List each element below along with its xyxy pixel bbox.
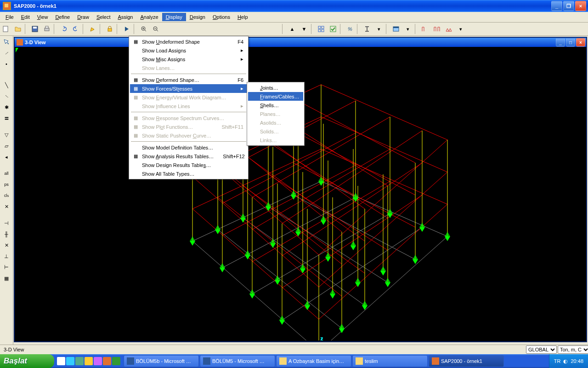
all-tool[interactable]: all	[1, 168, 11, 178]
doc-maximize-button[interactable]: □	[566, 38, 575, 46]
start-button[interactable]: Başlat	[0, 354, 54, 368]
snap-end-tool[interactable]: ⊣	[1, 218, 11, 228]
units-combo[interactable]: Ton, m, C	[558, 345, 588, 354]
menu-define[interactable]: Define	[51, 13, 74, 21]
print-button[interactable]	[41, 23, 52, 34]
ql-wmp-icon[interactable]	[112, 357, 120, 365]
run-button[interactable]	[121, 23, 132, 34]
svg-rect-2	[33, 27, 37, 29]
ql-app1-icon[interactable]	[85, 357, 93, 365]
percent-button[interactable]: %	[345, 23, 356, 34]
menuitem-frames-cables[interactable]: Frames/Cables…	[248, 92, 303, 101]
ql-sap-icon[interactable]	[103, 357, 111, 365]
window-close-button[interactable]: ×	[575, 1, 586, 11]
task-a-ozbayrak-basim-i-i[interactable]: A Ozbayrak Basim için…	[276, 355, 351, 367]
window-restore-button[interactable]: ❐	[563, 1, 574, 11]
redo-button[interactable]	[70, 23, 81, 34]
line-tool[interactable]: ╲	[1, 80, 11, 90]
undo-button[interactable]	[58, 23, 69, 34]
new-button[interactable]	[0, 23, 11, 34]
menuitem-show-misc-assigns[interactable]: Show Misc Assigns▸	[130, 55, 247, 63]
menu-help[interactable]: Help	[234, 13, 252, 21]
ql-desktop-icon[interactable]	[57, 357, 65, 365]
truss-button[interactable]	[443, 23, 454, 34]
menuitem-show-load-assigns[interactable]: Show Load Assigns▸	[130, 46, 247, 55]
snap-perp-tool[interactable]: ⊥	[1, 251, 11, 261]
ps-tool[interactable]: ps	[1, 179, 11, 190]
menuitem-show-model-definition-tables[interactable]: Show Model Definition Tables…	[130, 143, 247, 152]
expand-left-icon[interactable]: ◂	[1, 152, 11, 162]
menuitem-show-all-table-types[interactable]: Show All Table Types…	[130, 169, 247, 178]
beam-tool[interactable]: 〓	[1, 113, 11, 123]
ibeam-button[interactable]	[362, 23, 373, 34]
ql-msn-icon[interactable]	[75, 357, 84, 365]
task-teslim[interactable]: teslim	[352, 355, 428, 367]
task-sap2000-rnek1[interactable]: SAP2000 - örnek1	[429, 355, 504, 367]
open-button[interactable]	[12, 23, 23, 34]
snap-int-tool[interactable]: ✕	[1, 240, 11, 250]
area-tool[interactable]: ▽	[1, 130, 11, 140]
display-menu[interactable]: ▦Show Undeformed ShapeF4Show Load Assign…	[129, 36, 249, 179]
dropdown-icon[interactable]: ▾	[373, 23, 384, 34]
lock-button[interactable]	[104, 23, 115, 34]
menuitem-show-design-results-tables[interactable]: Show Design Results Tables…	[130, 161, 247, 169]
dropdown-icon[interactable]: ▾	[455, 23, 466, 34]
menuitem-show-forces-stresses[interactable]: ▦Show Forces/Stresses▸	[130, 84, 247, 93]
svg-rect-10	[318, 29, 321, 32]
menuitem-show-undeformed-shape[interactable]: ▦Show Undeformed ShapeF4	[130, 37, 247, 46]
toolbar: ▲ ▼ % ▾ ▾ ▾	[0, 23, 588, 36]
line2-tool[interactable]: ⟍	[1, 91, 11, 101]
menu-draw[interactable]: Draw	[74, 13, 93, 21]
nav-down-button[interactable]: ▼	[299, 23, 310, 34]
doc-close-button[interactable]: ×	[576, 38, 585, 46]
reshape-tool[interactable]: ⟋	[1, 48, 11, 58]
task-b-l-m5b-microsoft-[interactable]: BÖLÜM5b - Microsoft …	[124, 355, 199, 367]
menuitem-show-energy-virtual-work-diagram: ▦Show Energy/Virtual Work Diagram…	[130, 93, 247, 102]
menu-design[interactable]: Design	[186, 13, 209, 21]
ql-app2-icon[interactable]	[94, 357, 102, 365]
nav-up-button[interactable]: ▲	[287, 23, 298, 34]
pointer-tool[interactable]	[1, 37, 11, 47]
node-tool[interactable]: •	[1, 59, 11, 69]
menuitem-joints[interactable]: Joints…	[248, 83, 303, 92]
snap-near-tool[interactable]: ⊢	[1, 262, 11, 272]
area2-tool[interactable]: ▱	[1, 141, 11, 151]
zoom-out-button[interactable]	[150, 23, 161, 34]
intersect-tool[interactable]: ✕	[1, 201, 11, 212]
menu-display[interactable]: Display	[162, 13, 186, 21]
menuitem-show-deformed-shape[interactable]: ▦Show Deformed Shape…F6	[130, 75, 247, 84]
menuitem-shells[interactable]: Shells…	[248, 101, 303, 109]
tray-icon[interactable]: ◐	[563, 358, 568, 364]
refresh-button[interactable]	[87, 23, 98, 34]
dropdown-icon[interactable]: ▾	[402, 23, 413, 34]
menubar[interactable]: FileEditViewDefineDrawSelectAssignAnalyz…	[0, 12, 588, 23]
grid-3d-button[interactable]	[316, 23, 327, 34]
forces-stresses-submenu[interactable]: Joints…Frames/Cables…Shells…Planes…Asoli…	[247, 82, 305, 146]
menu-analyze[interactable]: Analyze	[137, 13, 162, 21]
menuitem-show-analysis-results-tables[interactable]: ▦Show Analysis Results Tables…Shift+F12	[130, 152, 247, 161]
task-b-l-m5-microsoft-[interactable]: BÖLÜM5 - Microsoft …	[200, 355, 275, 367]
doc-minimize-button[interactable]: _	[556, 38, 565, 46]
tray-lang[interactable]: TR	[554, 358, 561, 364]
svg-rect-4	[45, 26, 48, 28]
coord-system-combo[interactable]: GLOBAL	[526, 345, 557, 354]
system-tray[interactable]: TR ◐ 20:48	[549, 354, 588, 368]
menu-assign[interactable]: Assign	[114, 13, 136, 21]
menu-view[interactable]: View	[34, 13, 52, 21]
zoom-in-button[interactable]	[138, 23, 149, 34]
grid-tool[interactable]: ▦	[1, 273, 11, 283]
window-layout-button[interactable]	[390, 23, 401, 34]
ql-ie-icon[interactable]	[66, 357, 74, 365]
window-minimize-button[interactable]: _	[551, 1, 562, 11]
menu-options[interactable]: Options	[209, 13, 234, 21]
menu-file[interactable]: File	[2, 13, 17, 21]
menu-select[interactable]: Select	[93, 13, 114, 21]
cross-tool[interactable]: ✱	[1, 102, 11, 112]
frame1-button[interactable]	[419, 23, 430, 34]
snap-mid-tool[interactable]: ╫	[1, 229, 11, 239]
menu-edit[interactable]: Edit	[17, 13, 34, 21]
cls-tool[interactable]: cls	[1, 190, 11, 201]
frame2-button[interactable]	[431, 23, 442, 34]
check-button[interactable]	[328, 23, 339, 34]
save-button[interactable]	[29, 23, 40, 34]
